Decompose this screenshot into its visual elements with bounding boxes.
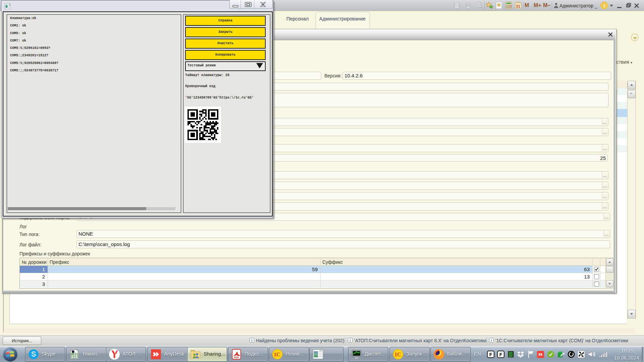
svg-text:PDF: PDF bbox=[234, 356, 239, 359]
svg-text:31: 31 bbox=[516, 4, 521, 9]
svg-text:1С: 1С bbox=[394, 352, 401, 357]
svg-text:1С: 1С bbox=[274, 352, 280, 357]
svg-text:i: i bbox=[252, 339, 253, 342]
svg-text:i: i bbox=[491, 339, 492, 342]
svg-text:i: i bbox=[603, 3, 605, 8]
svg-text:F: F bbox=[499, 352, 502, 357]
svg-text:i: i bbox=[350, 339, 351, 342]
svg-text:F: F bbox=[489, 352, 492, 357]
